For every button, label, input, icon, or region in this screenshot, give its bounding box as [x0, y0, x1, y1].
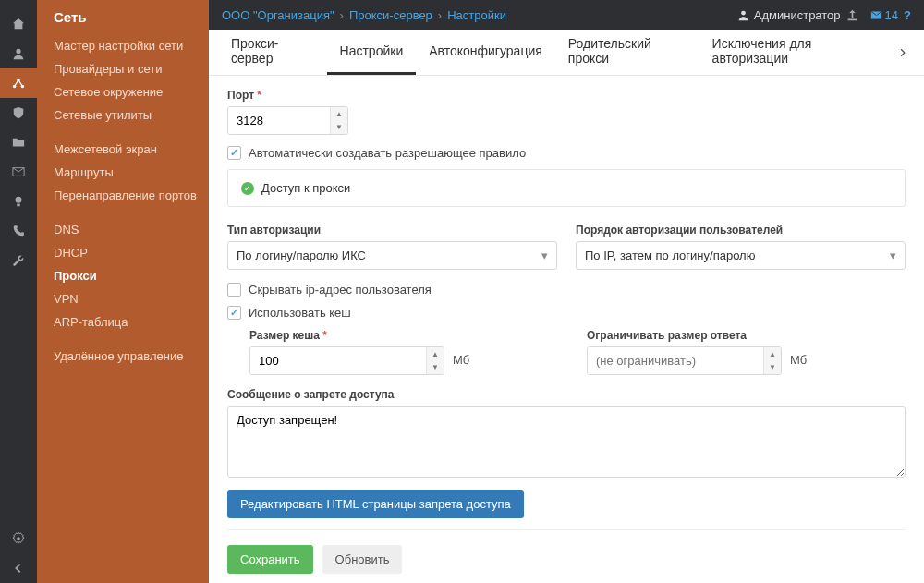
gear-icon[interactable]: [0, 524, 37, 553]
deny-msg-textarea[interactable]: [227, 406, 906, 478]
cache-size-label: Размер кеша *: [249, 329, 568, 342]
help-icon[interactable]: ?: [904, 8, 911, 22]
cache-size-down[interactable]: ▼: [427, 360, 444, 373]
divider: [227, 529, 906, 530]
sidebar: Сеть Мастер настройки сети Провайдеры и …: [37, 0, 209, 583]
breadcrumb-org[interactable]: ООО "Организация": [222, 8, 334, 22]
user-icon: [737, 9, 749, 21]
sidebar-item[interactable]: Провайдеры и сети: [54, 57, 209, 80]
mail-button[interactable]: 14: [870, 8, 898, 22]
edit-html-button[interactable]: Редактировать HTML страницы запрета дост…: [227, 490, 524, 518]
sidebar-item[interactable]: DNS: [54, 218, 209, 241]
sidebar-item[interactable]: ARP-таблица: [54, 310, 209, 334]
upload-icon[interactable]: [841, 9, 865, 21]
auth-type-select[interactable]: По логину/паролю ИКС ▾: [227, 241, 557, 270]
save-button[interactable]: Сохранить: [227, 545, 313, 574]
caret-down-icon: ▾: [890, 249, 896, 262]
limit-down[interactable]: ▼: [764, 360, 781, 373]
envelope-icon: [870, 9, 882, 21]
chevron-right-icon: ›: [438, 8, 442, 22]
breadcrumb-settings[interactable]: Настройки: [447, 8, 506, 22]
sidebar-title: Сеть: [54, 9, 209, 25]
sidebar-item[interactable]: Удалённое управление: [54, 345, 209, 368]
svg-rect-5: [17, 204, 20, 207]
svg-point-6: [17, 537, 20, 540]
topbar: ООО "Организация" › Прокси-сервер › Наст…: [209, 0, 924, 30]
hide-ip-label[interactable]: Скрывать ip-адрес пользователя: [249, 283, 432, 297]
port-label: Порт *: [227, 89, 906, 102]
sidebar-item[interactable]: Перенаправление портов: [54, 184, 209, 207]
mail-icon[interactable]: [0, 157, 37, 187]
tab-auth-exceptions[interactable]: Исключения для авторизации: [699, 30, 892, 75]
limit-unit: Мб: [782, 346, 815, 375]
port-up[interactable]: ▲: [331, 107, 347, 120]
lightbulb-icon[interactable]: [0, 187, 37, 216]
limit-label: Ограничивать размер ответа: [587, 329, 906, 342]
home-icon[interactable]: [0, 9, 37, 39]
sidebar-item[interactable]: Маршруты: [54, 161, 209, 184]
sidebar-item[interactable]: Мастер настройки сети: [54, 34, 209, 57]
tab-autoconfig[interactable]: Автоконфигурация: [416, 30, 555, 75]
proxy-access-status: ✓ Доступ к прокси: [227, 169, 906, 207]
use-cache-checkbox[interactable]: [227, 306, 241, 320]
use-cache-label[interactable]: Использовать кеш: [249, 306, 351, 320]
hide-ip-checkbox[interactable]: [227, 283, 241, 297]
auto-rule-label[interactable]: Автоматически создавать разрешающее прав…: [249, 146, 526, 160]
svg-point-4: [16, 197, 22, 203]
auth-order-label: Порядок авторизации пользователей: [576, 224, 906, 237]
user-icon[interactable]: [0, 39, 37, 68]
check-icon: ✓: [241, 182, 254, 195]
chevron-right-icon: ›: [340, 8, 344, 22]
content: Порт * ▲ ▼ Автоматически создавать разре…: [209, 76, 924, 583]
collapse-icon[interactable]: [0, 553, 37, 583]
main: ООО "Организация" › Прокси-сервер › Наст…: [209, 0, 924, 583]
phone-icon[interactable]: [0, 216, 37, 246]
breadcrumb-proxy[interactable]: Прокси-сервер: [349, 8, 432, 22]
shield-icon[interactable]: [0, 98, 37, 128]
wrench-icon[interactable]: [0, 246, 37, 275]
cache-size-up[interactable]: ▲: [427, 347, 444, 360]
port-spinner: ▲ ▼: [227, 106, 348, 135]
tab-parent-proxy[interactable]: Родительский прокси: [555, 30, 699, 75]
tabs-scroll-right[interactable]: [891, 30, 915, 75]
port-input[interactable]: [228, 107, 330, 134]
tab-settings[interactable]: Настройки: [327, 30, 417, 75]
cache-size-unit: Мб: [444, 346, 478, 375]
limit-spinner: ▲ ▼: [587, 346, 782, 375]
current-user[interactable]: Администратор: [737, 8, 841, 22]
sidebar-item[interactable]: Сетевое окружение: [54, 80, 209, 103]
sidebar-item[interactable]: VPN: [54, 287, 209, 310]
limit-input[interactable]: [588, 347, 763, 374]
network-icon[interactable]: [0, 68, 37, 98]
svg-point-7: [741, 10, 746, 15]
port-down[interactable]: ▼: [331, 120, 347, 133]
folder-icon[interactable]: [0, 128, 37, 157]
refresh-button[interactable]: Обновить: [322, 545, 403, 574]
tabs: Прокси-сервер Настройки Автоконфигурация…: [209, 30, 924, 76]
sidebar-item-proxy[interactable]: Прокси: [54, 264, 209, 287]
auto-rule-checkbox[interactable]: [227, 146, 241, 160]
sidebar-item[interactable]: Сетевые утилиты: [54, 103, 209, 127]
auth-order-select[interactable]: По IP, затем по логину/паролю ▾: [576, 241, 906, 270]
iconbar: [0, 0, 37, 583]
svg-point-0: [16, 49, 20, 54]
cache-size-input[interactable]: [250, 347, 426, 374]
cache-size-spinner: ▲ ▼: [249, 346, 444, 375]
caret-down-icon: ▾: [541, 249, 548, 262]
sidebar-item[interactable]: Межсетевой экран: [54, 138, 209, 161]
auth-type-label: Тип авторизации: [227, 224, 557, 237]
deny-msg-label: Сообщение о запрете доступа: [227, 388, 906, 401]
sidebar-item[interactable]: DHCP: [54, 241, 209, 264]
tab-proxy-server[interactable]: Прокси-сервер: [218, 30, 327, 75]
limit-up[interactable]: ▲: [764, 347, 781, 360]
